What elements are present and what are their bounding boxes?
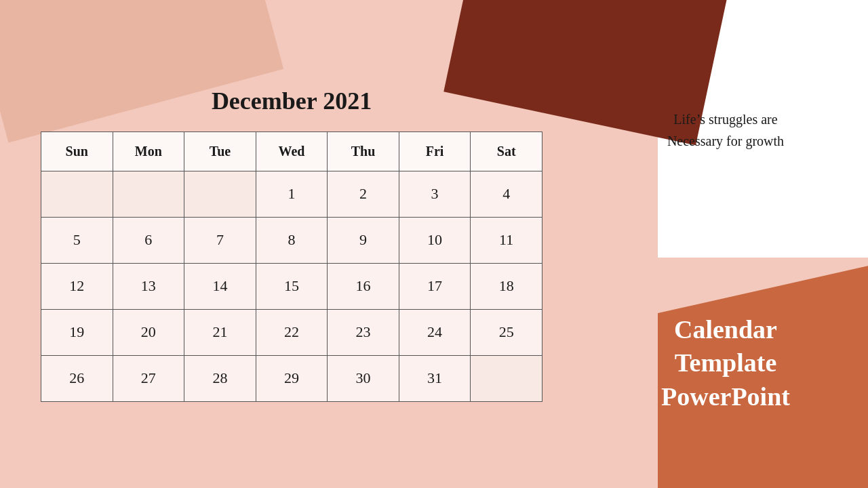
calendar-day-cell: [113, 171, 184, 217]
calendar-day-cell: 3: [399, 171, 471, 217]
calendar-day-cell: 1: [256, 171, 328, 217]
calendar-panel: December 2021 SunMonTueWedThuFriSat 1234…: [0, 0, 583, 488]
calendar-day-cell: 24: [399, 309, 471, 355]
brand-text: Calendar Template PowerPoint: [661, 313, 790, 413]
calendar-day-cell: 25: [471, 309, 542, 355]
calendar-week-row: 262728293031: [41, 355, 542, 401]
calendar-title: December 2021: [212, 87, 372, 115]
calendar-header-cell: Thu: [328, 131, 399, 171]
calendar-day-cell: 5: [41, 217, 113, 263]
calendar-day-cell: 16: [328, 263, 399, 309]
calendar-day-cell: 20: [113, 309, 184, 355]
calendar-header-cell: Tue: [184, 131, 256, 171]
quote-block: Life’s struggles are Necessary for growt…: [667, 108, 784, 152]
calendar-header-cell: Wed: [256, 131, 328, 171]
calendar-day-cell: [41, 171, 113, 217]
brand-line1: Calendar: [674, 315, 777, 344]
quote-line2: Necessary for growth: [667, 134, 784, 148]
calendar-week-row: 1234: [41, 171, 542, 217]
calendar-week-row: 567891011: [41, 217, 542, 263]
calendar-header-cell: Sun: [41, 131, 113, 171]
calendar-week-row: 12131415161718: [41, 263, 542, 309]
calendar-day-cell: 11: [471, 217, 542, 263]
calendar-day-cell: 15: [256, 263, 328, 309]
calendar-day-cell: 7: [184, 217, 256, 263]
calendar-day-cell: 26: [41, 355, 113, 401]
brand-line3: PowerPoint: [661, 382, 790, 411]
calendar-day-cell: 6: [113, 217, 184, 263]
calendar-day-cell: 21: [184, 309, 256, 355]
calendar-day-cell: 13: [113, 263, 184, 309]
calendar-day-cell: 17: [399, 263, 471, 309]
calendar-day-cell: 31: [399, 355, 471, 401]
calendar-day-cell: [471, 355, 542, 401]
calendar-header-row: SunMonTueWedThuFriSat: [41, 131, 542, 171]
calendar-day-cell: 8: [256, 217, 328, 263]
calendar-day-cell: [184, 171, 256, 217]
calendar-day-cell: 19: [41, 309, 113, 355]
calendar-table: SunMonTueWedThuFriSat 123456789101112131…: [41, 131, 542, 402]
calendar-day-cell: 27: [113, 355, 184, 401]
brand-line2: Template: [675, 348, 777, 377]
calendar-day-cell: 30: [328, 355, 399, 401]
calendar-day-cell: 12: [41, 263, 113, 309]
calendar-day-cell: 9: [328, 217, 399, 263]
calendar-day-cell: 28: [184, 355, 256, 401]
calendar-header-cell: Mon: [113, 131, 184, 171]
calendar-day-cell: 10: [399, 217, 471, 263]
right-panel: Life’s struggles are Necessary for growt…: [583, 0, 868, 488]
calendar-day-cell: 22: [256, 309, 328, 355]
quote-line1: Life’s struggles are: [673, 112, 777, 127]
calendar-week-row: 19202122232425: [41, 309, 542, 355]
calendar-day-cell: 14: [184, 263, 256, 309]
calendar-day-cell: 2: [328, 171, 399, 217]
calendar-day-cell: 29: [256, 355, 328, 401]
calendar-header-cell: Sat: [471, 131, 542, 171]
calendar-day-cell: 4: [471, 171, 542, 217]
calendar-day-cell: 23: [328, 309, 399, 355]
calendar-day-cell: 18: [471, 263, 542, 309]
calendar-header-cell: Fri: [399, 131, 471, 171]
